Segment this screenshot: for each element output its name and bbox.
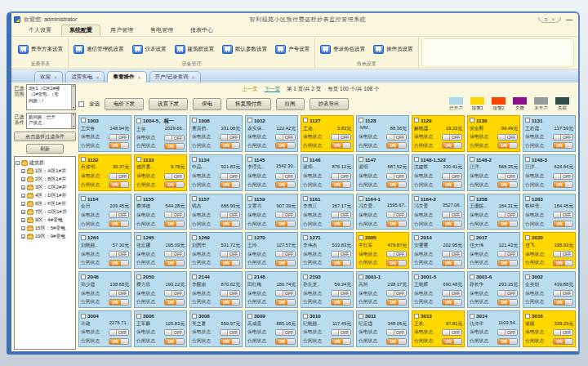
refresh-button[interactable]: 刷新 xyxy=(26,144,64,154)
close-icon[interactable]: ✕ xyxy=(54,75,57,80)
switch-state-toggle[interactable]: ON xyxy=(220,221,240,227)
switch-state-toggle[interactable]: ON xyxy=(109,299,129,306)
keep-power-toggle[interactable]: OFF xyxy=(164,329,185,336)
room-checkbox[interactable] xyxy=(247,235,252,240)
keep-power-toggle[interactable]: OFF xyxy=(220,290,240,297)
switch-state-toggle[interactable]: ON xyxy=(497,221,518,227)
keep-power-toggle[interactable]: OFF xyxy=(331,329,351,336)
keep-power-toggle[interactable]: OFF xyxy=(553,290,573,297)
keep-power-toggle[interactable]: OFF xyxy=(442,173,462,180)
room-checkbox[interactable] xyxy=(414,235,419,240)
selected-range-listbox[interactable]: 3区1（C区2#楼（1#变电..（变回路：/▲▼ xyxy=(26,84,76,110)
switch-state-toggle[interactable]: ON xyxy=(386,142,407,149)
room-card[interactable]: 3004 许璐 2276.71.. 保电状态 OFF 合闸状态 ON xyxy=(78,310,131,347)
room-card[interactable]: 1270 王玲.. 127.57元 保电状态 OFF 合闸状态 ON xyxy=(245,232,298,269)
keep-power-toggle[interactable]: OFF xyxy=(497,329,518,336)
scrollbar[interactable]: ▲▼ xyxy=(71,114,75,128)
room-checkbox[interactable] xyxy=(525,196,530,201)
room-card[interactable]: 3008 吴之夏 550.97元 保电状态 OFF 合闸状态 ON xyxy=(189,310,243,347)
tree-node[interactable]: + 2区：B区1#井 xyxy=(21,176,74,183)
room-checkbox[interactable] xyxy=(303,196,308,201)
keep-power-toggle[interactable]: OFF xyxy=(442,212,462,218)
room-card[interactable]: 2005 牛红军 479.87元 保电状态 OFF 合闸状态 ON xyxy=(356,232,409,269)
toolbar-button[interactable]: 恢复预付费 xyxy=(226,98,271,110)
room-checkbox[interactable] xyxy=(359,314,363,319)
keep-power-toggle[interactable]: OFF xyxy=(220,134,240,141)
switch-state-toggle[interactable]: ON xyxy=(164,143,185,150)
switch-state-toggle[interactable]: ON xyxy=(164,221,185,227)
room-checkbox[interactable] xyxy=(247,196,252,201)
keep-power-toggle[interactable]: OFF xyxy=(275,290,296,297)
room-card[interactable]: 1265 张宏娜 195.09元 保电状态 OFF 合闸状态 ON xyxy=(134,232,187,269)
room-checkbox[interactable] xyxy=(81,157,86,162)
expander-icon[interactable]: + xyxy=(21,226,25,230)
select-all-checkbox[interactable] xyxy=(78,101,84,107)
tree-node[interactable]: - 建筑群 xyxy=(16,159,74,167)
minimize-button[interactable]: — xyxy=(564,16,574,23)
filter-select-button[interactable]: 点击选择过滤条件 xyxy=(14,132,76,141)
keep-power-toggle[interactable]: OFF xyxy=(497,290,518,297)
room-checkbox[interactable] xyxy=(525,274,530,279)
pin-icon[interactable]: ≡ xyxy=(545,17,548,22)
room-card[interactable]: 1148-3 汪洋.. 624.84元 保电状态 OFF 合闸状态 ON xyxy=(523,154,576,191)
room-checkbox[interactable] xyxy=(192,196,197,201)
switch-state-toggle[interactable]: ON xyxy=(275,338,296,345)
switch-state-toggle[interactable]: ON xyxy=(386,260,407,266)
keep-power-toggle[interactable]: OFF xyxy=(386,173,407,180)
expander-icon[interactable]: + xyxy=(21,218,25,222)
room-checkbox[interactable] xyxy=(247,157,252,162)
keep-power-toggle[interactable]: OFF xyxy=(386,290,407,297)
switch-state-toggle[interactable]: ON xyxy=(220,338,240,345)
room-card[interactable]: 2050 费方欣 190.22元 保电状态 OFF 合闸状态 ON xyxy=(134,271,187,308)
switch-state-toggle[interactable]: ON xyxy=(275,260,296,266)
room-card[interactable]: 1264 刘晓丽.. 57.30元 保电状态 OFF 合闸状态 ON xyxy=(78,232,131,269)
room-checkbox[interactable] xyxy=(303,314,308,319)
room-card[interactable]: 1263 铁钟雪.. 184.45元 保电状态 OFF 合闸状态 ON xyxy=(523,194,576,230)
toolbar-button[interactable]: 设置下发 xyxy=(149,98,188,110)
keep-power-toggle[interactable]: OFF xyxy=(386,251,407,257)
room-card[interactable]: 3011 纪宏霞 348.06元 保电状态 OFF 合闸状态 ON xyxy=(356,310,409,347)
expander-icon[interactable]: + xyxy=(21,177,25,181)
room-card[interactable]: 1157 钱杰 686.99元 保电状态 OFF 合闸状态 ON xyxy=(189,194,243,230)
keep-power-toggle[interactable]: OFF xyxy=(386,329,407,336)
switch-state-toggle[interactable]: ON xyxy=(553,260,573,266)
keep-power-toggle[interactable]: OFF xyxy=(164,212,185,218)
ribbon-button[interactable]: 费率方案设置 xyxy=(16,44,65,55)
room-checkbox[interactable] xyxy=(414,314,419,319)
keep-power-toggle[interactable]: OFF xyxy=(220,251,240,257)
close-icon[interactable]: ✕ xyxy=(96,75,99,80)
scrollbar[interactable]: ▲▼ xyxy=(71,85,75,109)
switch-state-toggle[interactable]: ON xyxy=(553,299,573,306)
chevron-down-icon[interactable]: ˅ xyxy=(551,17,555,22)
room-card[interactable]: 1164-2 冯立爱 3527.06.. 保电状态 OFF 合闸状态 ON xyxy=(412,194,465,230)
room-card[interactable]: 3002 金英朝 439.88元 保电状态 OFF 合闸状态 ON xyxy=(523,271,576,308)
ribbon-button[interactable]: 操作员设置 xyxy=(372,44,415,55)
room-card[interactable]: 3001-5 王晓辉 690.48元 保电状态 OFF 合闸状态 ON xyxy=(412,271,465,308)
keep-power-toggle[interactable]: OFF xyxy=(275,134,296,141)
prev-page-link[interactable]: 上一页 xyxy=(242,86,258,93)
switch-state-toggle[interactable]: ON xyxy=(553,142,573,149)
keep-power-toggle[interactable]: OFF xyxy=(164,290,185,297)
switch-state-toggle[interactable]: ON xyxy=(275,299,296,306)
switch-state-toggle[interactable]: ON xyxy=(442,260,462,266)
keep-power-toggle[interactable]: OFF xyxy=(275,212,296,218)
room-checkbox[interactable] xyxy=(414,274,419,279)
keep-power-toggle[interactable]: OFF xyxy=(275,329,296,336)
selected-condition-listbox[interactable]: 新回路：已开户状态；▲▼ xyxy=(26,113,76,129)
room-checkbox[interactable] xyxy=(136,157,141,162)
close-icon[interactable]: ✕ xyxy=(137,75,140,80)
room-card[interactable]: 1012 农实保.. 122.42元 保电状态 OFF 合闸状态 ON xyxy=(245,115,298,152)
tree-node[interactable]: + 19区：9#变电 xyxy=(21,233,74,240)
keep-power-toggle[interactable]: OFF xyxy=(553,251,573,257)
room-card[interactable]: 2193 孙先龙.. 59.34元 保电状态 OFF 合闸状态 ON xyxy=(301,271,354,308)
room-card[interactable]: 1134 申品.. 921.83元 保电状态 OFF 合闸状态 ON xyxy=(189,154,243,191)
room-checkbox[interactable] xyxy=(414,157,419,162)
switch-state-toggle[interactable]: ON xyxy=(220,142,240,149)
room-card[interactable]: 1003 王安春 148.94元 保电状态 OFF 合闸状态 ON xyxy=(78,115,131,152)
close-icon[interactable]: ✕ xyxy=(191,75,194,80)
room-card[interactable]: 1159 文置书 907.39元 保电状态 OFF 合闸状态 ON xyxy=(245,194,298,230)
keep-power-toggle[interactable]: OFF xyxy=(331,251,351,257)
tree-node[interactable]: + 15区：5#变电 xyxy=(21,225,74,232)
room-card[interactable]: 1008 曹温韵.. 331.08元 保电状态 OFF 合闸状态 ON xyxy=(189,115,243,152)
room-checkbox[interactable] xyxy=(525,235,530,240)
